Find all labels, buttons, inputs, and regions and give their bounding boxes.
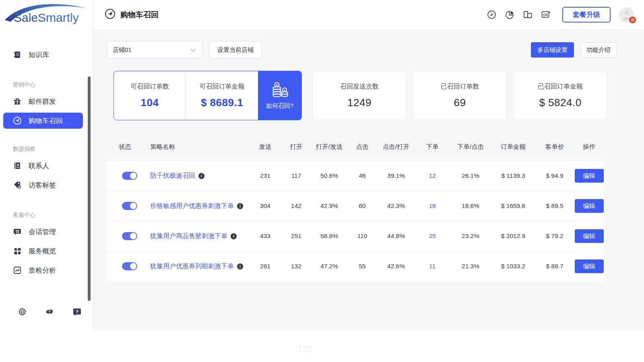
stat-value: $ 8689.1 xyxy=(201,97,243,109)
info-icon[interactable] xyxy=(231,233,237,239)
compass-icon[interactable] xyxy=(487,10,496,20)
edit-button[interactable]: 编辑 xyxy=(575,259,604,273)
bottom-strip: 132 xyxy=(0,331,644,362)
stat-label: 召回发送次数 xyxy=(340,82,379,91)
stat-value: 69 xyxy=(454,97,466,109)
sidebar-item-service-overview[interactable]: 服务概览 xyxy=(0,241,88,261)
stat-recalled-amount-card: 已召回订单金额 $ 5824.0 xyxy=(514,71,607,120)
sidebar-item-label: 会话管理 xyxy=(29,227,56,237)
edit-button[interactable]: 编辑 xyxy=(575,169,604,183)
sidebar-item-email-blast[interactable]: 邮件群发 xyxy=(0,92,88,111)
sidebar-scrollbar[interactable] xyxy=(88,76,91,301)
col-send: 发送 xyxy=(249,143,281,151)
svg-text:$: $ xyxy=(284,88,285,91)
store-select[interactable]: 店铺01 xyxy=(107,41,202,59)
language-icon[interactable]: CN xyxy=(541,10,551,20)
sidebar-item-contacts[interactable]: 联系人 xyxy=(0,156,88,175)
notification-badge-icon xyxy=(629,16,636,23)
strategy-toggle[interactable] xyxy=(122,262,137,270)
grid-icon xyxy=(13,247,22,255)
strategy-toggle[interactable] xyxy=(122,202,137,210)
cell-orders-link[interactable]: 12 xyxy=(429,172,436,179)
col-click: 点击 xyxy=(347,143,377,151)
cell-open-rate: 50.6% xyxy=(311,172,347,179)
cell-open-rate: 58.8% xyxy=(311,232,347,240)
sidebar-menu: 知识库 营销中心 邮件群发 购物车召回 数据洞察 xyxy=(0,39,88,280)
strategy-name-link[interactable]: 价格敏感用户优惠券刺激下单 xyxy=(150,202,234,210)
sidebar-item-label: 联系人 xyxy=(29,161,49,171)
content: 店铺01 设置当前店铺 多店铺设置 功能介绍 可召回订单数 xyxy=(93,30,644,331)
set-current-store-button[interactable]: 设置当前店铺 xyxy=(209,41,262,59)
cell-order-rate: 18.6% xyxy=(450,202,491,210)
cell-open: 132 xyxy=(281,263,311,270)
chevron-down-icon xyxy=(190,47,196,53)
devices-icon[interactable] xyxy=(523,10,533,20)
svg-text:$: $ xyxy=(276,83,278,86)
upgrade-button[interactable]: 套餐升级 xyxy=(562,7,611,23)
sidebar-item-visitor-tags[interactable]: 访客标签 xyxy=(0,175,88,195)
sidebar: SaleSmartly 知识库 营销中心 邮件群发 xyxy=(0,0,93,331)
sidebar-item-label: 服务概览 xyxy=(29,247,56,256)
strategy-name-link[interactable]: 防干扰极速召回 xyxy=(150,172,195,180)
send-circle-icon xyxy=(105,8,116,21)
feature-intro-button[interactable]: 功能介绍 xyxy=(580,42,617,58)
chart-icon xyxy=(13,266,22,275)
gear-icon[interactable] xyxy=(18,307,27,316)
sidebar-item-knowledge-base[interactable]: 知识库 xyxy=(0,45,88,64)
stat-label: 可召回订单数 xyxy=(130,82,169,91)
stat-recalled-orders-card: 已召回订单数 69 xyxy=(413,71,507,120)
edit-button[interactable]: 编辑 xyxy=(575,229,604,243)
cell-click-rate: 42.3% xyxy=(377,202,415,210)
cell-amount: $ 2012.9 xyxy=(491,232,535,240)
cell-order-rate: 21.3% xyxy=(450,263,491,270)
sidebar-item-label: 邮件群发 xyxy=(29,97,56,106)
send-circle-icon xyxy=(13,116,22,125)
pie-chart-icon[interactable] xyxy=(505,10,514,20)
strategy-name-link[interactable]: 犹豫用户商品售罄刺激下单 xyxy=(150,232,227,241)
table-row: 犹豫用户优惠券到期刺激下单 281 132 47.2% 55 42.6% 11 … xyxy=(107,251,604,281)
edit-button[interactable]: 编辑 xyxy=(575,199,604,213)
sidebar-footer: ? xyxy=(18,307,81,316)
help-icon[interactable]: ? xyxy=(72,307,81,316)
cell-orders-link[interactable]: 25 xyxy=(429,232,436,239)
brand-logo[interactable]: SaleSmartly xyxy=(3,2,89,27)
cell-orders-link[interactable]: 11 xyxy=(429,263,436,269)
info-icon[interactable] xyxy=(237,263,243,269)
stat-recall-sends-card: 召回发送次数 1249 xyxy=(312,71,407,120)
svg-text:?: ? xyxy=(76,309,78,314)
cell-click-rate: 44.8% xyxy=(377,232,415,240)
cell-order-rate: 26.1% xyxy=(450,172,491,179)
store-select-value: 店铺01 xyxy=(113,46,132,54)
topbar: 购物车召回 CN 套餐升级 xyxy=(93,0,644,30)
stats-row: 可召回订单数 104 可召回订单金额 $ 8689.1 $ xyxy=(107,71,644,120)
sidebar-section-service-center: 客服中心 xyxy=(0,212,88,219)
cell-orders-link[interactable]: 18 xyxy=(429,202,436,209)
cell-open: 117 xyxy=(281,172,311,179)
page-title-text: 购物车召回 xyxy=(120,10,159,20)
sidebar-item-cart-recall[interactable]: 购物车召回 xyxy=(3,113,83,129)
app-body: SaleSmartly 知识库 营销中心 邮件群发 xyxy=(0,0,644,331)
tag-icon xyxy=(13,181,22,189)
cell-send: 281 xyxy=(249,263,281,270)
info-icon[interactable] xyxy=(237,203,243,209)
col-action: 操作 xyxy=(574,143,604,151)
sidebar-item-conversations[interactable]: 会话管理 xyxy=(0,222,88,241)
info-icon[interactable] xyxy=(198,173,204,179)
multi-store-settings-button[interactable]: 多店铺设置 xyxy=(531,42,574,58)
cell-click: 55 xyxy=(347,263,377,270)
avatar[interactable] xyxy=(619,7,634,23)
topbar-actions: CN 套餐升级 xyxy=(487,7,634,23)
strategy-toggle[interactable] xyxy=(122,232,137,240)
page-title: 购物车召回 xyxy=(105,8,159,21)
handshake-icon[interactable] xyxy=(45,307,54,316)
strategy-toggle[interactable] xyxy=(122,172,137,180)
strategy-name-link[interactable]: 犹豫用户优惠券到期刺激下单 xyxy=(150,262,234,271)
col-order-rate: 下单/点击 xyxy=(450,143,491,151)
how-to-recall-label: 如何召回? xyxy=(266,102,293,110)
sidebar-item-quality-analysis[interactable]: 质检分析 xyxy=(0,261,88,280)
brand-name: SaleSmartly xyxy=(14,11,79,24)
how-to-recall-button[interactable]: $ $ 如何召回? xyxy=(258,71,301,120)
table-row: 犹豫用户商品售罄刺激下单 433 251 58.8% 110 44.8% 25 … xyxy=(107,221,604,251)
stat-value: 104 xyxy=(141,97,159,109)
strategy-table: 状态 策略名称 发送 打开 打开/发送 点击 点击/打开 下单 下单/点击 订单… xyxy=(107,133,604,281)
